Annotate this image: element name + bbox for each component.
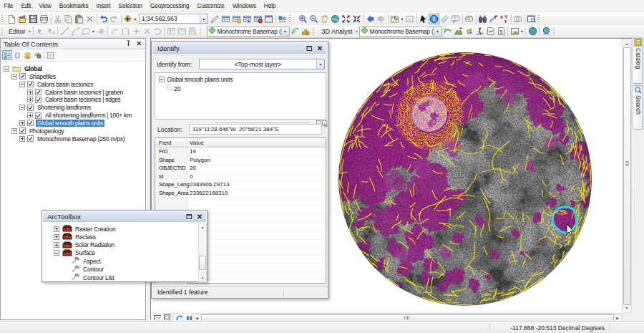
svg-text:Y: Y [504, 19, 508, 24]
svg-text:X: X [500, 14, 504, 19]
svg-text:S: S [499, 29, 503, 34]
